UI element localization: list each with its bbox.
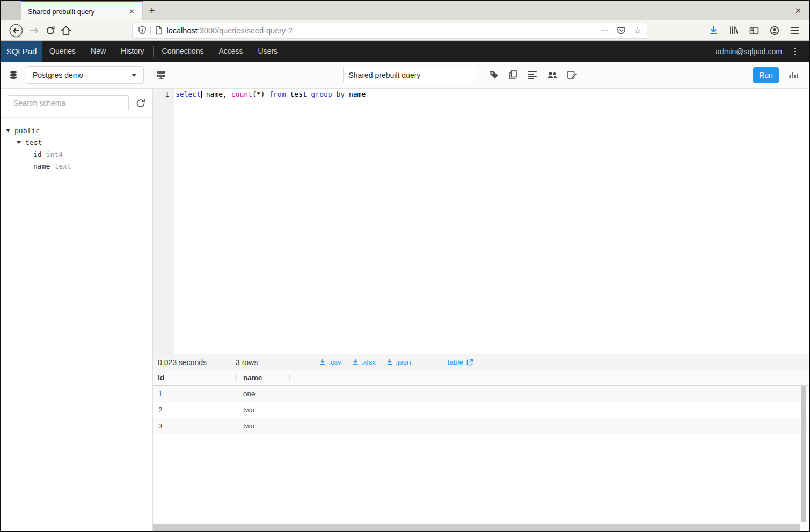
refresh-schema-icon[interactable] <box>136 98 146 108</box>
reload-button[interactable] <box>45 25 56 36</box>
schema-search-row <box>1 89 152 117</box>
tab-close-icon[interactable]: ✕ <box>127 6 137 17</box>
toggle-schema-button[interactable] <box>156 70 166 80</box>
page-info-icon[interactable] <box>155 26 163 35</box>
browser-tab[interactable]: Shared prebuilt query ✕ <box>21 1 143 20</box>
nav-item-queries[interactable]: Queries <box>42 41 83 62</box>
tree-node-public[interactable]: public <box>1 125 152 136</box>
window-corner-decoration <box>1 1 21 20</box>
tree-node-label: test <box>25 139 42 147</box>
vertical-scrollbar[interactable] <box>801 386 806 522</box>
nav-item-access[interactable]: Access <box>211 41 250 62</box>
sharing-users-icon[interactable] <box>546 71 558 79</box>
query-toolbar: Postgres demo Run <box>1 62 809 89</box>
table-body: 1one2two3two <box>153 386 809 434</box>
search-schema-input[interactable] <box>8 95 129 111</box>
account-icon[interactable] <box>770 26 779 35</box>
elapsed-time: 0.023 seconds <box>158 358 236 367</box>
tree-node-label: name <box>33 162 50 170</box>
new-tab-button[interactable]: + <box>143 1 161 20</box>
sql-token: from <box>269 90 286 98</box>
download-link-csv[interactable]: .csv <box>319 358 341 366</box>
download-link-label: .json <box>396 358 411 366</box>
connection-select[interactable]: Postgres demo <box>26 66 144 84</box>
cell-name: two <box>237 418 291 434</box>
cell-name: two <box>237 402 291 418</box>
run-button[interactable]: Run <box>753 67 779 83</box>
editor-code-line[interactable]: select name, count(*) from test group by… <box>174 89 809 354</box>
table-header-row: id⋮name⋮ <box>153 370 809 386</box>
format-query-icon[interactable] <box>527 71 537 79</box>
results-panel: 0.023 seconds 3 rows .csv.xlsx.json tabl… <box>153 354 809 531</box>
tree-node-test[interactable]: test <box>1 136 152 148</box>
tags-icon[interactable] <box>489 70 499 80</box>
column-header-name[interactable]: name⋮ <box>237 370 291 385</box>
url-host: localhost <box>167 26 198 35</box>
library-icon[interactable] <box>729 26 739 35</box>
tree-node-label: public <box>14 127 40 135</box>
download-link-xlsx[interactable]: .xlsx <box>352 358 376 366</box>
home-button[interactable] <box>60 25 72 37</box>
downloads-icon[interactable] <box>709 26 718 35</box>
bookmark-star-icon[interactable]: ☆ <box>633 25 641 35</box>
line-number: 1 <box>153 90 169 99</box>
nav-item-connections[interactable]: Connections <box>155 41 211 62</box>
table-link[interactable]: table <box>448 358 473 366</box>
user-menu-kebab-icon[interactable]: ⋮ <box>782 46 809 56</box>
nav-item-history[interactable]: History <box>113 41 152 62</box>
cell-name: one <box>237 386 291 402</box>
connection-value: Postgres demo <box>33 71 132 79</box>
horizontal-scrollbar[interactable] <box>153 524 800 531</box>
download-icon <box>386 359 393 366</box>
nav-item-users[interactable]: Users <box>251 41 286 62</box>
menu-hamburger-icon[interactable] <box>790 27 799 34</box>
page-actions-icon[interactable]: ⋯ <box>601 26 609 35</box>
scrollbar-corner <box>800 524 809 531</box>
back-button[interactable] <box>9 23 24 38</box>
url-bar[interactable]: localhost:3000/queries/seed-query-2 ⋯ ☆ <box>132 23 647 39</box>
column-resize-handle[interactable]: ⋮ <box>287 375 293 381</box>
table-row: 1one <box>153 386 809 402</box>
download-link-label: .csv <box>329 358 341 366</box>
editor-results-pane: 1 select name, count(*) from test group … <box>153 89 809 531</box>
chevron-down-icon <box>132 74 137 77</box>
sql-editor[interactable]: 1 select name, count(*) from test group … <box>153 89 809 354</box>
sidebars-icon[interactable] <box>749 26 759 35</box>
pocket-icon[interactable] <box>617 26 626 35</box>
tree-node-name[interactable]: nametext <box>1 160 152 172</box>
tracking-shield-icon[interactable] <box>138 26 147 35</box>
row-count: 3 rows <box>236 358 293 367</box>
url-path: :3000/queries/seed-query-2 <box>198 26 293 35</box>
results-table: id⋮name⋮ 1one2two3two <box>153 370 809 531</box>
caret-down-icon <box>5 129 11 132</box>
save-icon[interactable] <box>567 70 577 80</box>
sql-token: name, <box>202 90 231 98</box>
column-header-id[interactable]: id⋮ <box>153 370 237 385</box>
browser-toolbar: localhost:3000/queries/seed-query-2 ⋯ ☆ <box>1 20 809 41</box>
sql-token: group by <box>311 90 345 98</box>
nav-menu-divider <box>153 46 154 57</box>
tree-node-id[interactable]: idint4 <box>1 148 152 160</box>
query-name-input[interactable] <box>343 67 477 83</box>
table-link-label: table <box>448 358 463 366</box>
browser-actions <box>705 26 804 35</box>
app-nav-menu: QueriesNewHistoryConnectionsAccessUsers <box>42 41 285 62</box>
clone-icon[interactable] <box>508 70 518 80</box>
user-email: admin@sqlpad.com <box>716 47 782 56</box>
download-icon <box>352 359 359 366</box>
cell-id: 2 <box>153 402 237 418</box>
cell-id: 1 <box>153 386 237 402</box>
tabstrip-spacer <box>161 1 787 20</box>
app-brand[interactable]: SQLPad <box>1 41 42 62</box>
table-row: 3two <box>153 418 809 434</box>
nav-item-new[interactable]: New <box>83 41 113 62</box>
editor-gutter: 1 <box>153 89 174 354</box>
cell-id: 3 <box>153 418 237 434</box>
url-text[interactable]: localhost:3000/queries/seed-query-2 <box>167 26 601 35</box>
window-close-button[interactable]: ✕ <box>787 1 809 20</box>
forward-button[interactable] <box>28 24 41 37</box>
query-action-icons <box>489 70 577 80</box>
sql-token: name <box>345 90 366 98</box>
chart-icon[interactable] <box>789 70 798 79</box>
download-link-json[interactable]: .json <box>386 358 411 366</box>
